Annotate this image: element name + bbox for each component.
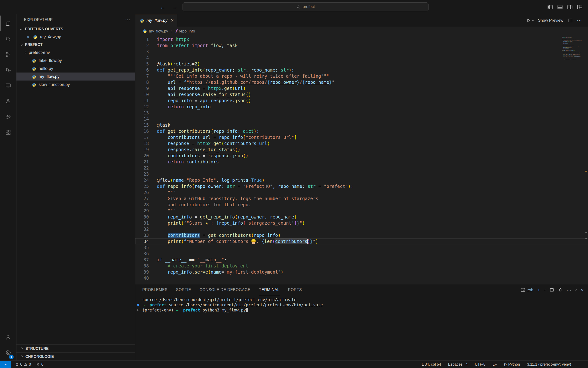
activity-settings[interactable]: 1 xyxy=(0,345,16,360)
code-line[interactable]: 37if __name__ == "__main__": xyxy=(135,257,588,263)
remote-indicator[interactable]: >< xyxy=(0,361,11,368)
editor-tab-my-flow[interactable]: my_flow.py × xyxy=(135,14,177,27)
code-line[interactable]: 20 contributors = response.json() xyxy=(135,153,588,159)
code-line[interactable]: 39 repo_info.serve(name="my-first-deploy… xyxy=(135,269,588,275)
open-editor-item[interactable]: ×my_flow.py xyxy=(17,33,135,41)
code-editor[interactable]: 1import httpx2from prefect import flow, … xyxy=(135,35,588,284)
close-panel-icon[interactable]: × xyxy=(581,287,584,292)
code-line[interactable]: 2from prefect import flow, task xyxy=(135,42,588,48)
run-python-file-button[interactable] xyxy=(526,18,534,23)
customize-layout-icon[interactable] xyxy=(577,4,583,10)
code-line[interactable]: 40 xyxy=(135,275,588,281)
code-line[interactable]: 32 xyxy=(135,226,588,232)
activity-search[interactable] xyxy=(0,31,16,47)
code-line[interactable]: 23 xyxy=(135,171,588,177)
new-terminal-icon[interactable]: + xyxy=(537,287,540,292)
language-mode[interactable]: {} Python xyxy=(504,362,520,367)
panel-tab-probl-mes[interactable]: PROBLÈMES xyxy=(142,285,167,295)
code-line[interactable]: 21 return contributors xyxy=(135,159,588,165)
more-actions-icon[interactable]: ⋯ xyxy=(567,287,571,292)
folder-item-prefect-env[interactable]: prefect-env xyxy=(17,48,135,56)
cursor-position[interactable]: L 34, col 54 xyxy=(422,362,441,367)
show-preview-button[interactable]: Show Preview xyxy=(538,18,563,23)
python-interpreter[interactable]: 3.11.1 ('prefect-env': venv) xyxy=(527,362,571,367)
code-line[interactable]: 17 contributors_url = repo_info["contrib… xyxy=(135,134,588,140)
activity-remote-explorer[interactable] xyxy=(0,78,16,93)
terminal-view[interactable]: source /Users/henricourdent/git/prefect/… xyxy=(135,295,588,360)
code-line[interactable]: 38 # create your first deployment xyxy=(135,263,588,269)
code-line[interactable]: 4 xyxy=(135,55,588,61)
breadcrumb-file[interactable]: my_flow.py xyxy=(142,29,168,33)
file-item-slow-function-py[interactable]: slow_function.py xyxy=(17,81,135,89)
code-line[interactable]: 12 return repo_info xyxy=(135,104,588,110)
panel-tab-sortie[interactable]: SORTIE xyxy=(176,285,191,295)
forward-button[interactable]: → xyxy=(172,4,178,10)
chevron-down-icon[interactable] xyxy=(544,288,546,290)
activity-run-debug[interactable] xyxy=(0,62,16,78)
activity-testing[interactable] xyxy=(0,93,16,109)
sidebar-section-structure[interactable]: STRUCTURE xyxy=(17,344,135,352)
more-actions-icon[interactable]: ⋯ xyxy=(125,17,130,23)
code-line[interactable]: 36 xyxy=(135,250,588,257)
command-decoration-icon[interactable] xyxy=(137,304,139,306)
ports-status[interactable]: 0 xyxy=(36,362,44,367)
toggle-primary-sidebar-icon[interactable] xyxy=(547,4,553,10)
activity-docker[interactable] xyxy=(0,109,16,124)
command-decoration-icon[interactable] xyxy=(137,309,139,311)
eol[interactable]: LF xyxy=(492,362,497,367)
kill-terminal-icon[interactable] xyxy=(558,288,562,292)
indentation[interactable]: Espaces : 4 xyxy=(448,362,468,367)
code-line[interactable]: 24@flow(name="Repo Info", log_prints=Tru… xyxy=(135,177,588,183)
code-line[interactable]: 28 and contributors for that repo. xyxy=(135,202,588,208)
problems-status[interactable]: ⊗ 0 ⚠ 0 xyxy=(16,362,31,367)
more-actions-icon[interactable]: ⋯ xyxy=(577,18,582,23)
file-item-my-flow-py[interactable]: my_flow.py xyxy=(17,73,135,81)
sidebar-section-chronologie[interactable]: CHRONOLOGIE xyxy=(17,352,135,360)
code-line[interactable]: 1import httpx xyxy=(135,36,588,42)
activity-extensions[interactable] xyxy=(0,124,16,140)
split-terminal-icon[interactable] xyxy=(550,288,554,292)
close-icon[interactable]: × xyxy=(171,18,174,24)
code-line[interactable]: 34 print(f"Number of contributors : {len… xyxy=(135,238,588,244)
activity-accounts[interactable] xyxy=(0,329,16,345)
project-section-header[interactable]: PREFECT xyxy=(17,41,135,48)
activity-source-control[interactable] xyxy=(0,47,16,62)
code-line[interactable]: 8 url = f"https://api.github.com/repos/{… xyxy=(135,79,588,85)
activity-explorer[interactable] xyxy=(0,16,16,31)
code-line[interactable]: 16def get_contributors(repo_info: dict): xyxy=(135,128,588,134)
minimap[interactable]: import httpxfrom prefect import flow, ta… xyxy=(562,37,584,60)
back-button[interactable]: ← xyxy=(160,4,166,10)
code-line[interactable]: 29 """ xyxy=(135,208,588,214)
code-line[interactable]: 30 repo_info = get_repo_info(repo_owner,… xyxy=(135,214,588,220)
toggle-panel-icon[interactable] xyxy=(557,4,563,10)
file-item-fake-flow-py[interactable]: fake_flow.py xyxy=(17,56,135,64)
panel-tab-terminal[interactable]: TERMINAL xyxy=(259,285,280,295)
file-item-hello-py[interactable]: hello.py xyxy=(17,64,135,73)
code-line[interactable]: 10 api_response.raise_for_status() xyxy=(135,91,588,97)
code-line[interactable]: 25def repo_info(repo_owner: str = "Prefe… xyxy=(135,183,588,189)
command-center-search[interactable]: prefect xyxy=(183,2,429,11)
code-line[interactable]: 15@task xyxy=(135,122,588,128)
open-editors-section-header[interactable]: ÉDITEURS OUVERTS xyxy=(17,25,135,33)
code-line[interactable]: 27 Given a GitHub repository, logs the n… xyxy=(135,195,588,202)
code-line[interactable]: 9 api_response = httpx.get(url) xyxy=(135,85,588,91)
chevron-up-icon[interactable] xyxy=(575,289,577,291)
code-line[interactable]: 33 contributors = get_contributors(repo_… xyxy=(135,232,588,238)
code-line[interactable]: 14 xyxy=(135,116,588,122)
encoding[interactable]: UTF-8 xyxy=(475,362,485,367)
terminal-instance[interactable]: zsh xyxy=(521,288,534,292)
split-editor-icon[interactable] xyxy=(568,18,573,23)
close-icon[interactable]: × xyxy=(26,34,31,40)
code-line[interactable]: 11 repo_info = api_response.json() xyxy=(135,97,588,104)
code-line[interactable]: 35 xyxy=(135,244,588,250)
panel-tab-console-de-d-bogage[interactable]: CONSOLE DE DÉBOGAGE xyxy=(200,285,250,295)
code-line[interactable]: 7 """Get info about a repo - will retry … xyxy=(135,73,588,79)
code-line[interactable]: 18 response = httpx.get(contributors_url… xyxy=(135,140,588,147)
code-line[interactable]: 31 print(f"Stars ★ : {repo_info['stargaz… xyxy=(135,220,588,226)
code-line[interactable]: 6def get_repo_info(repo_owner: str, repo… xyxy=(135,67,588,73)
code-line[interactable]: 22 xyxy=(135,165,588,171)
code-line[interactable]: 5@task(retries=2) xyxy=(135,61,588,67)
toggle-secondary-sidebar-icon[interactable] xyxy=(567,4,573,10)
breadcrumb-symbol[interactable]: ƒ repo_info xyxy=(175,29,195,33)
code-line[interactable]: 3 xyxy=(135,48,588,55)
